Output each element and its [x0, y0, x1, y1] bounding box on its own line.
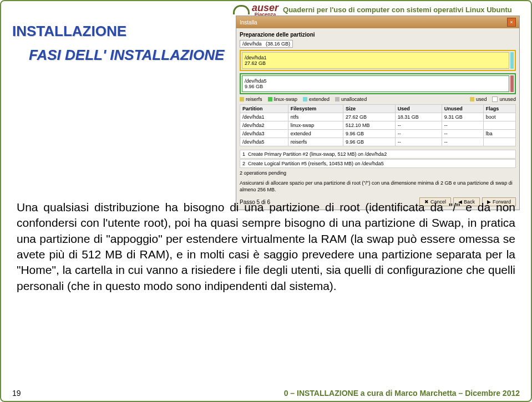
page: auser Piacenza Quaderni per l'uso di com… — [0, 0, 532, 402]
pending-count: 2 operations pending — [240, 170, 516, 176]
table-row[interactable]: /dev/hda3extended9.96 GB----lba — [240, 130, 516, 138]
pending-ops: 1 Create Primary Partition #2 (linux-swa… — [240, 150, 516, 168]
legend: reiserfs linux-swap extended unallocated… — [240, 96, 516, 102]
window-title: Installa — [240, 19, 257, 26]
pending-row: 1 Create Primary Partition #2 (linux-swa… — [240, 150, 516, 159]
disk-selector[interactable]: /dev/hda (38.16 GB) — [240, 40, 293, 48]
body-paragraph: Una qualsiasi distribuzione ha bisogno d… — [17, 200, 515, 294]
table-row[interactable]: /dev/hda2linux-swap512.10 MB---- — [240, 121, 516, 130]
table-row[interactable]: /dev/hda5reiserfs9.96 GB---- — [240, 138, 516, 146]
table-row[interactable]: /dev/hda1ntfs27.62 GB18.31 GB9.31 GBboot — [240, 113, 516, 121]
partition-bar-swap — [510, 52, 514, 69]
close-icon[interactable]: × — [507, 18, 516, 27]
partition-bar-hda1[interactable]: /dev/hda1 27.62 GB — [242, 52, 509, 69]
partition-bar-ext: /dev/hda5 9.96 GB — [240, 73, 516, 94]
page-number: 19 — [12, 389, 21, 398]
partition-bar-hda5[interactable]: /dev/hda5 9.96 GB — [242, 75, 509, 92]
pending-row: 2 Create Logical Partition #5 (reiserfs,… — [240, 159, 516, 168]
logo-curve-icon — [233, 5, 250, 14]
partition-bar-outer: /dev/hda1 27.62 GB — [240, 50, 516, 71]
partition-table: PartitionFilesystemSizeUsedUnusedFlags /… — [240, 104, 516, 146]
hint-text: Assicurarsi di allocare spazio per una p… — [240, 180, 516, 193]
logo: auser Piacenza — [233, 2, 278, 17]
partition-bar-tail — [510, 75, 514, 92]
page-footer: 19 0 – INSTALLAZIONE a cura di Marco Mar… — [12, 389, 520, 398]
header-tagline: Quaderni per l'uso di computer con siste… — [283, 6, 512, 14]
table-header: PartitionFilesystemSizeUsedUnusedFlags — [240, 105, 516, 113]
footer-reference: 0 – INSTALLAZIONE a cura di Marco Marche… — [284, 389, 520, 398]
window-titlebar: Installa × — [236, 16, 519, 28]
panel-title: Preparazione delle partizioni — [240, 32, 516, 38]
installer-window: Installa × Preparazione delle partizioni… — [236, 16, 520, 210]
